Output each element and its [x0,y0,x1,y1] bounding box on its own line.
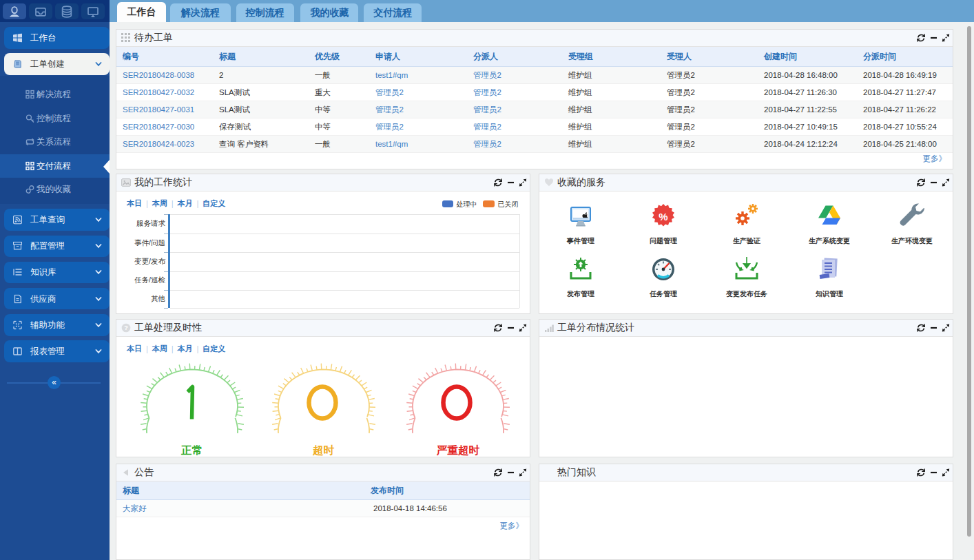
svg-text:%: % [659,211,667,222]
svg-text:?: ? [124,324,128,331]
